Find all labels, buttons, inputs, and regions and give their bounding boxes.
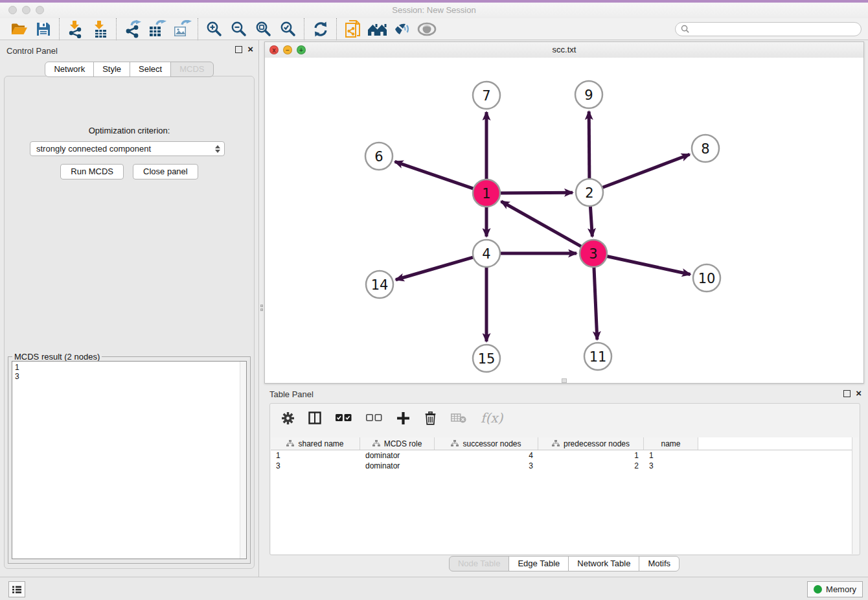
- edge-1-6[interactable]: [395, 161, 475, 189]
- cell-name[interactable]: 1: [644, 451, 698, 460]
- home-button[interactable]: [365, 19, 390, 39]
- cell-MCDS-role[interactable]: dominator: [360, 461, 435, 470]
- open-session-button[interactable]: [6, 19, 31, 39]
- mcds-result-text[interactable]: 1 3: [12, 361, 247, 559]
- edge-4-14[interactable]: [396, 257, 475, 279]
- birds-eye-button[interactable]: [415, 19, 439, 39]
- export-table-icon: [148, 20, 167, 38]
- zoom-in-button[interactable]: [202, 19, 227, 39]
- node-11[interactable]: 11: [584, 343, 611, 370]
- node-3[interactable]: 3: [580, 240, 607, 267]
- edge-2-3[interactable]: [590, 205, 592, 237]
- clone-network-button[interactable]: [341, 19, 365, 39]
- cell-predecessor-nodes[interactable]: 1: [538, 451, 644, 460]
- float-panel-icon[interactable]: [235, 46, 242, 53]
- node-label: 2: [585, 185, 593, 201]
- zoom-out-button[interactable]: [227, 19, 251, 39]
- run-mcds-button[interactable]: Run MCDS: [60, 164, 124, 179]
- criterion-value: strongly connected component: [36, 144, 215, 154]
- cell-predecessor-nodes[interactable]: 2: [538, 461, 644, 470]
- result-scrollbar[interactable]: [240, 362, 246, 559]
- cell-shared-name[interactable]: 1: [271, 451, 360, 460]
- node-2[interactable]: 2: [576, 179, 603, 206]
- show-columns-button[interactable]: [308, 411, 321, 424]
- import-table-icon: [91, 20, 109, 38]
- panel-splitter[interactable]: [259, 40, 264, 577]
- network-canvas[interactable]: 7968124314101511: [265, 58, 863, 383]
- table-row[interactable]: 1dominator411: [271, 450, 859, 461]
- edge-3-11[interactable]: [594, 266, 597, 340]
- column-header-successor-nodes[interactable]: successor nodes: [435, 437, 538, 450]
- tab-style[interactable]: Style: [93, 62, 130, 77]
- tab-select[interactable]: Select: [130, 62, 171, 77]
- delete-table-button[interactable]: [451, 413, 466, 423]
- column-header-shared-name[interactable]: shared name: [271, 437, 360, 450]
- criterion-dropdown[interactable]: strongly connected component: [30, 141, 225, 156]
- table-scrollbar[interactable]: [852, 437, 859, 554]
- edge-1-2[interactable]: [499, 192, 573, 193]
- tab-network-table[interactable]: Network Table: [568, 556, 639, 571]
- toolbar-separator: [304, 18, 305, 40]
- node-1[interactable]: 1: [473, 179, 500, 207]
- open-folder-icon: [10, 21, 28, 38]
- float-table-panel-icon[interactable]: [843, 390, 851, 397]
- refresh-button[interactable]: [308, 19, 333, 39]
- node-14[interactable]: 14: [366, 271, 393, 298]
- node-6[interactable]: 6: [365, 143, 393, 170]
- node-label: 11: [589, 349, 607, 365]
- edge-3-10[interactable]: [606, 256, 691, 274]
- zoom-selected-icon: [280, 21, 297, 38]
- export-network-button[interactable]: [120, 19, 145, 39]
- export-image-button[interactable]: [170, 19, 194, 39]
- zoom-fit-button[interactable]: [251, 19, 276, 39]
- export-table-button[interactable]: [145, 19, 170, 39]
- tab-node-table[interactable]: Node Table: [449, 556, 510, 571]
- cell-shared-name[interactable]: 3: [271, 461, 360, 470]
- save-session-button[interactable]: [31, 19, 56, 39]
- tab-mcds[interactable]: MCDS: [170, 62, 213, 77]
- function-builder-button[interactable]: f(x): [481, 410, 503, 426]
- add-row-button[interactable]: [396, 411, 410, 425]
- zoom-selected-button[interactable]: [276, 19, 301, 39]
- table-container: f(x) shared nameMCDS rolesuccessor nodes…: [269, 403, 860, 555]
- node-7[interactable]: 7: [473, 82, 500, 109]
- import-table-button[interactable]: [88, 19, 113, 39]
- network-window-titlebar[interactable]: x − + scc.txt: [265, 42, 863, 58]
- column-header-predecessor-nodes[interactable]: predecessor nodes: [538, 437, 644, 450]
- table-row[interactable]: 3dominator323: [271, 461, 859, 471]
- table-tabs: Node TableEdge TableNetwork TableMotifs: [264, 556, 864, 571]
- import-network-button[interactable]: [63, 19, 88, 39]
- column-header-name[interactable]: name: [644, 437, 698, 450]
- splitter-grip-icon: [260, 303, 263, 313]
- deselect-all-button[interactable]: [366, 414, 382, 422]
- table-settings-button[interactable]: [282, 412, 294, 424]
- edge-3-1[interactable]: [501, 202, 583, 248]
- tab-motifs[interactable]: Motifs: [639, 556, 680, 571]
- cell-name[interactable]: 3: [644, 461, 698, 470]
- cell-MCDS-role[interactable]: dominator: [360, 451, 435, 460]
- node-10[interactable]: 10: [693, 264, 720, 292]
- cell-successor-nodes[interactable]: 4: [435, 451, 538, 460]
- edge-2-9[interactable]: [589, 111, 589, 180]
- cell-successor-nodes[interactable]: 3: [435, 461, 538, 470]
- mcds-result-group: MCDS result (2 nodes) 1 3: [8, 356, 251, 564]
- delete-row-button[interactable]: [424, 411, 437, 425]
- show-graphics-button[interactable]: [390, 19, 415, 39]
- tab-edge-table[interactable]: Edge Table: [508, 556, 569, 571]
- search-input[interactable]: [692, 24, 856, 34]
- node-table: shared nameMCDS rolesuccessor nodesprede…: [271, 437, 859, 554]
- select-all-button[interactable]: [336, 414, 352, 422]
- close-table-panel-icon[interactable]: ×: [856, 389, 862, 397]
- edge-2-8[interactable]: [601, 154, 690, 188]
- close-panel-icon[interactable]: ×: [247, 45, 253, 53]
- node-9[interactable]: 9: [575, 81, 602, 108]
- node-8[interactable]: 8: [692, 135, 719, 162]
- canvas-resize-handle[interactable]: [562, 378, 567, 383]
- column-header-MCDS-role[interactable]: MCDS role: [360, 437, 435, 450]
- memory-button[interactable]: Memory: [807, 581, 863, 597]
- node-15[interactable]: 15: [473, 345, 500, 372]
- tab-network[interactable]: Network: [45, 62, 94, 77]
- node-4[interactable]: 4: [473, 240, 500, 267]
- task-history-button[interactable]: [8, 581, 25, 597]
- close-panel-button[interactable]: Close panel: [133, 164, 198, 179]
